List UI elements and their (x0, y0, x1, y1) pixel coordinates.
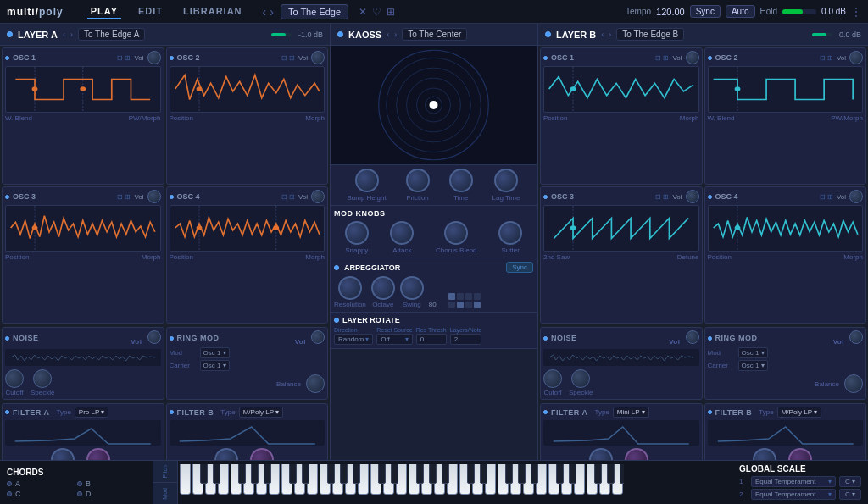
piano-key-black[interactable] (620, 464, 624, 484)
attack-knob[interactable] (390, 221, 414, 245)
prev-preset-arrow[interactable]: ‹ (263, 5, 267, 19)
octave-knob[interactable] (371, 276, 395, 300)
piano-key-black[interactable] (442, 464, 449, 484)
chord-c[interactable]: C (7, 490, 75, 498)
piano-key-white[interactable] (459, 464, 470, 495)
kaoss-nav-left[interactable]: ‹ (387, 30, 389, 39)
ringmod-balance-knob[interactable] (306, 374, 325, 393)
piano-key-black[interactable] (340, 464, 348, 484)
b-ringmod-carrier-select[interactable]: Osc 1 ▾ (738, 360, 768, 371)
piano-key-black[interactable] (594, 464, 602, 484)
b-ringmod-mod-select[interactable]: Osc 1 ▾ (738, 347, 768, 358)
noise-cutoff-knob[interactable] (5, 369, 24, 388)
b-osc2-settings-icon[interactable]: ⊞ (827, 54, 833, 62)
lr-layers-val[interactable]: 2 (450, 334, 482, 345)
osc3-wave-icon[interactable]: ⊡ (117, 193, 123, 201)
osc4-settings-icon[interactable]: ⊞ (289, 193, 295, 201)
tempo-value[interactable]: 120.00 (656, 7, 685, 17)
b-osc4-wave-icon[interactable]: ⊡ (820, 193, 826, 201)
chord-b[interactable]: B (77, 479, 146, 488)
osc1-wave-icon[interactable]: ⊡ (117, 54, 123, 62)
b-noise-cutoff-knob[interactable] (543, 369, 562, 388)
piano-key-black[interactable] (556, 464, 564, 484)
piano-key-black[interactable] (416, 464, 424, 484)
piano-key-black[interactable] (607, 464, 615, 484)
b-osc3-vol-knob[interactable] (686, 190, 699, 203)
piano-key-black[interactable] (518, 464, 526, 484)
kaoss-pad[interactable] (331, 46, 537, 164)
osc1-settings-icon[interactable]: ⊞ (125, 54, 131, 62)
b-osc3-settings-icon[interactable]: ⊞ (663, 193, 669, 201)
piano-key-black[interactable] (531, 464, 538, 484)
lag-time-knob[interactable] (494, 169, 518, 192)
piano-keyboard[interactable] (178, 464, 732, 501)
arp-step-3[interactable] (465, 293, 472, 300)
arp-step-4[interactable] (474, 293, 481, 300)
friction-knob[interactable] (406, 169, 430, 192)
piano-key-black[interactable] (480, 464, 487, 484)
piano-key-black[interactable] (251, 464, 259, 484)
filter-b-type-select[interactable]: M/Poly LP ▾ (239, 407, 284, 418)
next-preset-arrow[interactable]: › (270, 5, 274, 19)
piano-key-black[interactable] (569, 464, 576, 484)
b-osc4-vol-knob[interactable] (849, 190, 863, 203)
b-filter-b-type-select[interactable]: M/Poly LP ▾ (777, 407, 822, 418)
b-ringmod-balance-knob[interactable] (844, 374, 863, 393)
resolution-knob[interactable] (338, 276, 362, 300)
b-osc1-wave-icon[interactable]: ⊡ (655, 54, 661, 62)
kaoss-nav-right[interactable]: › (394, 30, 397, 39)
piano-key-black[interactable] (391, 464, 398, 484)
piano-key-black[interactable] (378, 464, 386, 484)
osc2-vol-knob[interactable] (311, 51, 325, 64)
piano-key-black[interactable] (327, 464, 335, 484)
piano-key-black[interactable] (213, 464, 220, 484)
piano-key-black[interactable] (429, 464, 437, 484)
osc1-vol-knob[interactable] (147, 51, 161, 64)
layer-a-nav-right[interactable]: › (70, 30, 73, 39)
piano-key-black[interactable] (467, 464, 475, 484)
b-osc1-settings-icon[interactable]: ⊞ (663, 54, 669, 62)
arp-step-8[interactable] (474, 302, 481, 308)
sutter-knob[interactable] (498, 221, 522, 245)
piano-key-white[interactable] (370, 464, 381, 495)
b-ringmod-vol-knob[interactable] (849, 330, 863, 344)
piano-key-white[interactable] (498, 464, 509, 495)
b-filter-a-type-select[interactable]: Mini LP ▾ (613, 407, 649, 418)
piano-key-white[interactable] (281, 464, 292, 495)
arp-step-1[interactable] (448, 293, 455, 300)
arp-step-2[interactable] (457, 293, 464, 300)
lr-res-thresh-val[interactable]: 0 (416, 334, 447, 345)
piano-key-black[interactable] (200, 464, 208, 484)
kaoss-preset[interactable]: To The Center (402, 28, 467, 41)
layer-b-preset[interactable]: To The Edge B (616, 28, 684, 41)
osc2-settings-icon[interactable]: ⊞ (289, 54, 295, 62)
osc3-settings-icon[interactable]: ⊞ (125, 193, 131, 201)
gs-val-2[interactable]: Equal Temperament ▾ (751, 489, 836, 500)
osc3-vol-knob[interactable] (147, 190, 161, 203)
piano-key-black[interactable] (302, 464, 309, 484)
sync-value[interactable]: Auto (726, 5, 755, 18)
noise-vol-knob[interactable] (147, 330, 161, 344)
piano-key-white[interactable] (548, 464, 559, 495)
piano-key-black[interactable] (505, 464, 513, 484)
b-osc3-wave-icon[interactable]: ⊡ (655, 193, 661, 201)
piano-key-white[interactable] (231, 464, 242, 495)
piano-key-white[interactable] (409, 464, 420, 495)
noise-speckle-knob[interactable] (33, 369, 52, 388)
settings-icon[interactable]: ⋮ (851, 6, 861, 18)
tab-play[interactable]: PLAY (87, 4, 121, 19)
ringmod-vol-knob[interactable] (311, 330, 325, 344)
save-icon[interactable]: ⊞ (387, 6, 395, 18)
tab-librarian[interactable]: LIBRARIAN (180, 4, 246, 19)
gs-key-1[interactable]: C ▾ (839, 476, 861, 487)
b-noise-vol-knob[interactable] (686, 330, 699, 344)
piano-key-white[interactable] (320, 464, 331, 495)
layer-b-nav-left[interactable]: ‹ (601, 30, 604, 39)
osc4-vol-knob[interactable] (311, 190, 325, 203)
preset-name[interactable]: To The Edge (281, 4, 348, 19)
arp-step-5[interactable] (448, 302, 455, 308)
piano-key-black[interactable] (264, 464, 271, 484)
piano-key-white[interactable] (587, 464, 598, 495)
gs-key-2[interactable]: C ▾ (839, 489, 861, 500)
lr-direction-val[interactable]: Random ▾ (334, 334, 373, 345)
